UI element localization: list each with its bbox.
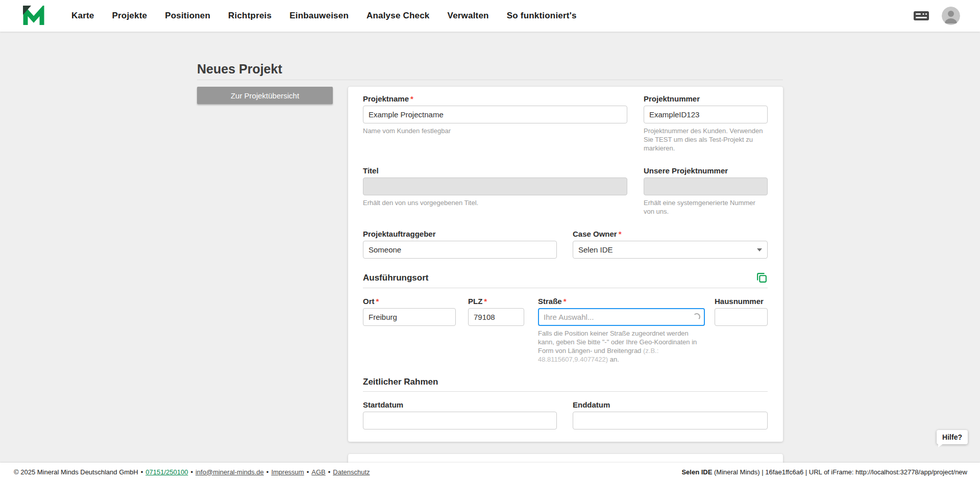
datenschutz-link[interactable]: Datenschutz — [333, 468, 370, 476]
unsere-projektnummer-input — [644, 178, 768, 195]
ausfuehrungsort-section-header: Ausführungsort — [363, 272, 768, 284]
footer: © 2025 Mineral Minds Deutschland GmbH • … — [0, 463, 980, 481]
unsere-projektnummer-field: Unsere Projektnummer Erhält eine systemg… — [644, 166, 768, 216]
nav-item-einbauweisen[interactable]: Einbauweisen — [289, 11, 349, 21]
back-to-projects-button[interactable]: Zur Projektübersicht — [197, 87, 333, 104]
startdatum-field: Startdatum — [363, 400, 557, 429]
strasse-field: Straße* Falls die Position keiner Straße… — [538, 296, 705, 364]
separator: • — [190, 468, 193, 476]
separator: • — [328, 468, 331, 476]
projektauftraggeber-label: Projektauftraggeber — [363, 229, 557, 239]
hausnummer-label: Hausnummer — [715, 296, 768, 306]
new-project-form-card: Projektname* Name vom Kunden festlegbar … — [348, 87, 783, 442]
copyright-text: © 2025 Mineral Minds Deutschland GmbH — [14, 468, 138, 476]
nav-item-so-funktionierts[interactable]: So funktioniert's — [507, 11, 577, 21]
projektnummer-helper: Projektnummer des Kunden. Verwenden Sie … — [644, 126, 768, 153]
footer-session-info: Selen IDE (Mineral Minds) | 16fae1ffc6a6… — [681, 468, 967, 476]
strasse-input[interactable] — [538, 308, 705, 326]
projektname-input[interactable] — [363, 106, 627, 123]
help-button[interactable]: Hilfe? — [937, 430, 968, 444]
startdatum-input[interactable] — [363, 412, 557, 429]
next-card-peek — [348, 454, 783, 463]
titel-helper: Erhält den von uns vorgegebenen Titel. — [363, 198, 627, 207]
required-asterisk: * — [376, 297, 379, 306]
nav-item-analyse-check[interactable]: Analyse Check — [366, 11, 430, 21]
enddatum-input[interactable] — [573, 412, 768, 429]
projektauftraggeber-input[interactable] — [363, 241, 557, 259]
ort-label-text: Ort — [363, 297, 375, 306]
case-owner-field: Case Owner* Selen IDE — [573, 229, 768, 259]
strasse-helper-main: Falls die Position keiner Straße zugeord… — [538, 330, 697, 355]
plz-label: PLZ* — [468, 296, 524, 306]
separator: • — [266, 468, 269, 476]
projektauftraggeber-field: Projektauftraggeber — [363, 229, 557, 259]
titel-input — [363, 178, 627, 195]
projektname-helper: Name vom Kunden festlegbar — [363, 126, 627, 135]
ort-field: Ort* — [363, 296, 456, 364]
ort-label: Ort* — [363, 296, 456, 306]
form-row-5: Startdatum Enddatum — [363, 400, 768, 429]
agb-link[interactable]: AGB — [311, 468, 325, 476]
footer-left: © 2025 Mineral Minds Deutschland GmbH • … — [14, 468, 370, 476]
nav-item-karte[interactable]: Karte — [71, 11, 94, 21]
unsere-projektnummer-label: Unsere Projektnummer — [644, 166, 768, 175]
plz-field: PLZ* — [468, 296, 524, 364]
startdatum-label: Startdatum — [363, 400, 557, 410]
projektnummer-input[interactable] — [644, 106, 768, 123]
enddatum-field: Enddatum — [573, 400, 768, 429]
zeitlicher-rahmen-divider — [363, 391, 768, 392]
plz-label-text: PLZ — [468, 297, 482, 306]
email-link[interactable]: info@mineral-minds.de — [195, 468, 264, 476]
plz-input[interactable] — [468, 308, 524, 326]
required-asterisk: * — [484, 297, 487, 306]
chevron-down-icon — [757, 248, 762, 251]
strasse-helper: Falls die Position keiner Straße zugeord… — [538, 329, 705, 364]
user-avatar-icon[interactable] — [942, 7, 960, 25]
separator: • — [141, 468, 143, 476]
strasse-label: Straße* — [538, 296, 705, 306]
projektnummer-label: Projektnummer — [644, 94, 768, 104]
zeitlicher-rahmen-heading: Zeitlicher Rahmen — [363, 377, 438, 387]
ausfuehrungsort-heading: Ausführungsort — [363, 273, 428, 283]
nav-item-positionen[interactable]: Positionen — [165, 11, 210, 21]
title-divider — [197, 80, 783, 80]
strasse-input-wrap — [538, 308, 705, 326]
titel-field: Titel Erhält den von uns vorgegebenen Ti… — [363, 166, 627, 216]
unsere-projektnummer-helper: Erhält eine systemgenerierte Nummer von … — [644, 198, 768, 216]
required-asterisk: * — [619, 230, 622, 238]
loading-spinner-icon — [693, 313, 700, 320]
form-row-4: Ort* PLZ* Straße* — [363, 296, 768, 364]
copy-icon[interactable] — [756, 272, 768, 284]
content-row: Zur Projektübersicht Projektname* Name v… — [197, 87, 783, 442]
case-owner-label: Case Owner* — [573, 229, 768, 239]
nav-item-verwalten[interactable]: Verwalten — [448, 11, 489, 21]
projektnummer-field: Projektnummer Projektnummer des Kunden. … — [644, 94, 768, 153]
left-column: Zur Projektübersicht — [197, 87, 333, 104]
required-asterisk: * — [410, 94, 413, 103]
projektname-label-text: Projektname — [363, 94, 409, 103]
main-nav: Karte Projekte Positionen Richtpreis Ein… — [71, 11, 577, 21]
case-owner-select[interactable]: Selen IDE — [573, 241, 768, 259]
required-asterisk: * — [564, 297, 567, 306]
form-row-1: Projektname* Name vom Kunden festlegbar … — [363, 94, 768, 153]
page-title: Neues Projekt — [197, 62, 783, 75]
zeitlicher-rahmen-section-header: Zeitlicher Rahmen — [363, 377, 768, 387]
hausnummer-field: Hausnummer — [715, 296, 768, 364]
case-owner-label-text: Case Owner — [573, 230, 617, 238]
strasse-label-text: Straße — [538, 297, 562, 306]
session-details: (Mineral Minds) | 16fae1ffc6a6 | URL of … — [712, 468, 967, 476]
mineral-minds-logo[interactable] — [22, 6, 46, 26]
form-row-2: Titel Erhält den von uns vorgegebenen Ti… — [363, 166, 768, 216]
hausnummer-input[interactable] — [715, 308, 768, 326]
case-owner-selected-value: Selen IDE — [578, 245, 613, 254]
ort-input[interactable] — [363, 308, 456, 326]
nav-item-richtpreis[interactable]: Richtpreis — [228, 11, 272, 21]
form-row-3: Projektauftraggeber Case Owner* Selen ID… — [363, 229, 768, 259]
phone-link[interactable]: 07151/250100 — [145, 468, 188, 476]
projektname-label: Projektname* — [363, 94, 627, 104]
terminal-icon[interactable] — [913, 10, 929, 22]
impressum-link[interactable]: Impressum — [271, 468, 304, 476]
logo-graphic — [22, 6, 46, 26]
strasse-helper-suffix: an. — [608, 356, 619, 363]
nav-item-projekte[interactable]: Projekte — [112, 11, 147, 21]
